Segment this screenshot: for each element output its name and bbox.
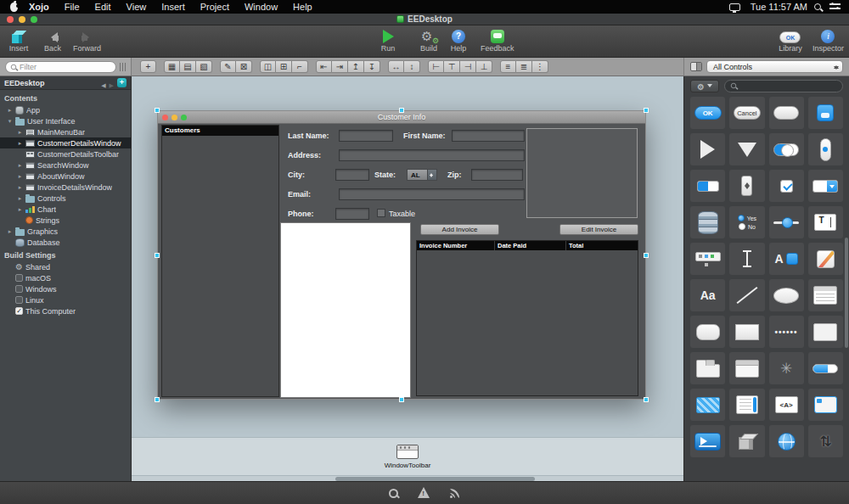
edit-invoice-button[interactable]: Edit Invoice: [559, 224, 638, 235]
navigator-item-macos[interactable]: macOS: [0, 272, 131, 283]
menu-item-edit[interactable]: Edit: [87, 0, 119, 14]
menu-clock[interactable]: Tue 11:57 AM: [744, 2, 814, 12]
library-item-list-box[interactable]: [808, 279, 843, 311]
panel-toggle-icon[interactable]: [690, 62, 702, 71]
lock-tool-button[interactable]: ⊠: [236, 60, 252, 73]
duplicate-button[interactable]: ◫: [260, 60, 276, 73]
library-item-canvas-control[interactable]: [690, 389, 725, 421]
disclosure-arrow[interactable]: ▾: [7, 118, 13, 125]
disclosure-arrow[interactable]: ▸: [7, 228, 13, 235]
library-item-slider[interactable]: [769, 206, 804, 238]
spotlight-icon[interactable]: [814, 3, 821, 10]
library-item-serial-connection[interactable]: ⇅: [808, 425, 843, 457]
resize-handle[interactable]: [399, 108, 404, 113]
disclosure-arrow[interactable]: ▸: [17, 162, 23, 169]
resize-handle[interactable]: [644, 108, 649, 113]
navigator-item-this-computer[interactable]: ✓This Computer: [0, 305, 131, 316]
library-item-bevel-button[interactable]: [769, 97, 804, 129]
disclosure-arrow[interactable]: ▸: [17, 184, 23, 191]
navigator-item-searchwindow[interactable]: ▸SearchWindow: [0, 160, 131, 171]
resize-handle[interactable]: [155, 108, 160, 113]
edit-tool-button[interactable]: ✎: [220, 60, 236, 73]
library-item-text-area[interactable]: T: [808, 206, 843, 238]
horizontal-scrollbar[interactable]: [132, 475, 683, 481]
library-filter-popup[interactable]: All Controls: [706, 60, 843, 73]
library-item-oval-shape[interactable]: [769, 279, 804, 311]
align-top-edges-button[interactable]: ↥: [348, 60, 364, 73]
library-item-label-control[interactable]: Aa: [690, 279, 725, 311]
menu-item-help[interactable]: Help: [285, 0, 320, 14]
menu-item-insert[interactable]: Insert: [154, 0, 193, 14]
navigator-item-linux[interactable]: Linux: [0, 294, 131, 305]
library-item-default-bevel-button[interactable]: [808, 97, 843, 129]
library-item-label-combo[interactable]: A: [769, 243, 804, 275]
first-name-field[interactable]: [452, 130, 525, 142]
warnings-icon[interactable]: [417, 487, 430, 499]
layout-canvas[interactable]: Customer Info Customers Last Name: First…: [132, 76, 683, 437]
library-item-vertical-segmented-control[interactable]: [808, 133, 843, 165]
library-item-toolbar-control[interactable]: [690, 243, 725, 275]
navigator-item-invoicedetailswindow[interactable]: ▸InvoiceDetailsWindow: [0, 182, 131, 193]
align-bottom-edges-button[interactable]: ↧: [364, 60, 380, 73]
navigator-item-user-interface[interactable]: ▾User Interface: [0, 115, 131, 126]
navigator-item-app[interactable]: ▸App: [0, 104, 131, 115]
library-scrollbar[interactable]: [845, 238, 848, 348]
customers-listbox[interactable]: Customers: [161, 125, 279, 397]
list-mode-button[interactable]: ▤: [180, 60, 196, 73]
grid-mode-button[interactable]: ▦: [164, 60, 180, 73]
align-center-horizontal-button[interactable]: ⊤: [444, 60, 460, 73]
control-center-icon[interactable]: [829, 3, 841, 11]
filter-input[interactable]: [20, 63, 111, 71]
align-left-edges-button[interactable]: ⇤: [316, 60, 332, 73]
align-right-edges-button[interactable]: ⇥: [332, 60, 348, 73]
resize-handle[interactable]: [644, 397, 649, 402]
apple-menu-icon[interactable]: [10, 3, 18, 12]
equal-height-button[interactable]: ↕: [404, 60, 420, 73]
library-item-progress-bar[interactable]: [808, 352, 843, 384]
invoice-listbox[interactable]: Invoice NumberDate PaidTotal: [416, 240, 638, 396]
window-title-bar[interactable]: EEDesktop: [0, 14, 849, 25]
run-button[interactable]: Run: [374, 28, 402, 53]
designed-window-titlebar[interactable]: Customer Info: [158, 111, 645, 124]
library-item-notes-pencil[interactable]: [808, 243, 843, 275]
insert-button[interactable]: Insert: [5, 28, 32, 53]
corner-button[interactable]: ⌐: [292, 60, 308, 73]
equal-width-button[interactable]: ↔: [388, 60, 404, 73]
search-icon[interactable]: [389, 489, 398, 498]
menu-item-view[interactable]: View: [119, 0, 155, 14]
navigator-forward-icon[interactable]: [110, 76, 114, 91]
last-name-field[interactable]: [339, 130, 393, 142]
disclosure-arrow[interactable]: ▸: [17, 195, 23, 202]
state-popup[interactable]: AL: [407, 169, 437, 181]
library-item-graphics-3d[interactable]: [729, 425, 764, 457]
navigator-item-controls[interactable]: ▸Controls: [0, 193, 131, 204]
disclosure-arrow[interactable]: ▸: [17, 129, 23, 136]
navigator-item-mainmenubar[interactable]: ▸MainMenuBar: [0, 126, 131, 137]
library-item-movie-player[interactable]: [690, 425, 725, 457]
align-center-vertical-button[interactable]: ⊥: [476, 60, 492, 73]
disclosure-arrow[interactable]: ▸: [17, 206, 23, 213]
city-field[interactable]: [335, 169, 369, 181]
feed-icon[interactable]: [449, 488, 461, 499]
filter-field[interactable]: [5, 61, 116, 73]
resize-handle[interactable]: [644, 253, 649, 258]
zip-field[interactable]: [471, 169, 523, 181]
library-item-container-control[interactable]: [808, 389, 843, 421]
library-search-input[interactable]: [740, 81, 837, 90]
navigator-item-graphics[interactable]: ▸Graphics: [0, 226, 131, 237]
taxable-checkbox[interactable]: [377, 209, 385, 217]
library-item-stepper[interactable]: [729, 170, 764, 202]
library-settings-button[interactable]: [690, 80, 719, 92]
display-mirroring-icon[interactable]: [729, 3, 740, 11]
add-item-icon[interactable]: [117, 78, 127, 87]
designed-window[interactable]: Customer Info Customers Last Name: First…: [157, 110, 646, 400]
library-item-database-server[interactable]: [690, 206, 725, 238]
photo-image-well[interactable]: [526, 128, 638, 218]
library-item-rectangle-shape[interactable]: [729, 316, 764, 348]
drag-grip-icon[interactable]: [120, 63, 126, 71]
snap-grid-button[interactable]: ⊞: [276, 60, 292, 73]
navigator-item-database[interactable]: Database: [0, 237, 131, 248]
library-item-popup-arrow[interactable]: [729, 133, 764, 165]
library-item-html-viewer[interactable]: <A>: [769, 389, 804, 421]
library-item-url-connection[interactable]: [769, 425, 804, 457]
